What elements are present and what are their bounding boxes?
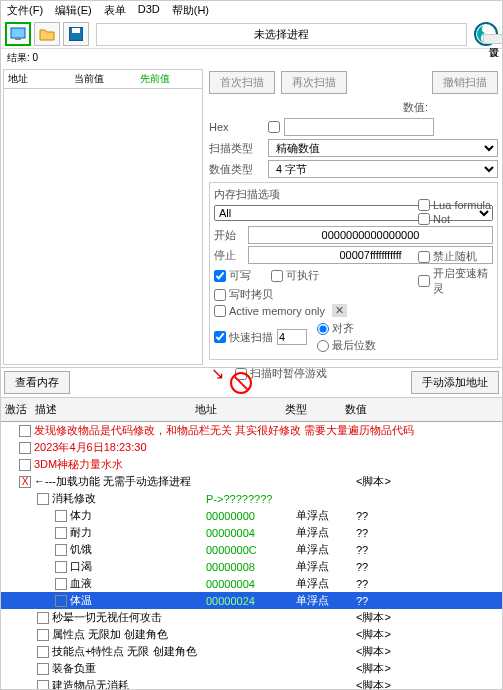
scantype-select[interactable]: 精确数值 xyxy=(268,139,498,157)
fastscan-input[interactable] xyxy=(277,329,307,345)
table-row[interactable]: 技能点+特性点 无限 创建角色<脚本> xyxy=(1,643,502,660)
activate-checkbox[interactable] xyxy=(37,680,49,691)
value-label: 数值: xyxy=(209,100,498,115)
row-desc: 技能点+特性点 无限 创建角色 xyxy=(52,644,206,659)
table-row[interactable]: 建造物品无消耗<脚本> xyxy=(1,677,502,690)
table-row[interactable]: 消耗修改P->???????? xyxy=(1,490,502,507)
scan-panel: 首次扫描 再次扫描 撤销扫描 数值: Hex 扫描类型 精确数值 数值类型 4 … xyxy=(205,67,502,367)
table-row[interactable]: X←---加载功能 无需手动选择进程<脚本> xyxy=(1,473,502,490)
row-val: ?? xyxy=(356,510,456,522)
row-desc: 口渴 xyxy=(70,559,206,574)
svg-rect-1 xyxy=(15,38,21,40)
writable-checkbox[interactable] xyxy=(214,270,226,282)
arrow-icon: ↘ xyxy=(211,364,224,383)
results-count: 结果: 0 xyxy=(1,49,502,67)
row-desc: 建造物品无消耗 xyxy=(52,678,206,690)
fastscan-checkbox[interactable] xyxy=(214,331,226,343)
col-desc[interactable]: 描述 xyxy=(31,400,191,419)
row-desc: 血液 xyxy=(70,576,206,591)
table-row[interactable]: 饥饿0000000C单浮点?? xyxy=(1,541,502,558)
settings-tab[interactable]: 设置 xyxy=(483,34,503,44)
col-addr[interactable]: 地址 xyxy=(191,400,281,419)
table-row[interactable]: 2023年4月6日18:23:30 xyxy=(1,439,502,456)
table-row[interactable]: 3DM神秘力量水水 xyxy=(1,456,502,473)
table-row[interactable]: 发现修改物品是代码修改，和物品栏无关 其实很好修改 需要大量遍历物品代码 xyxy=(1,422,502,439)
floppy-icon xyxy=(69,27,83,41)
col-current[interactable]: 当前值 xyxy=(70,70,136,88)
executable-checkbox[interactable] xyxy=(271,270,283,282)
menu-table[interactable]: 表单 xyxy=(104,3,126,18)
hex-checkbox[interactable] xyxy=(268,118,280,136)
row-val: ?? xyxy=(356,527,456,539)
valtype-select[interactable]: 4 字节 xyxy=(268,160,498,178)
activate-checkbox[interactable] xyxy=(19,442,31,454)
row-type: 单浮点 xyxy=(296,559,356,574)
monitor-icon xyxy=(10,27,26,41)
row-addr: 0000000C xyxy=(206,544,296,556)
activate-checkbox[interactable] xyxy=(55,544,67,556)
amo-checkbox[interactable] xyxy=(214,305,226,317)
table-row[interactable]: 血液00000004单浮点?? xyxy=(1,575,502,592)
cheat-table[interactable]: 发现修改物品是代码修改，和物品栏无关 其实很好修改 需要大量遍历物品代码2023… xyxy=(1,422,502,690)
process-title: 未选择进程 xyxy=(96,23,467,46)
activate-checkbox[interactable] xyxy=(19,425,31,437)
first-scan-button[interactable]: 首次扫描 xyxy=(209,71,275,94)
row-addr: 00000024 xyxy=(206,595,296,607)
viewmem-button[interactable]: 查看内存 xyxy=(4,371,70,394)
row-desc: 饥饿 xyxy=(70,542,206,557)
table-row[interactable]: 体力00000000单浮点?? xyxy=(1,507,502,524)
cheat-table-header: 激活 描述 地址 类型 数值 xyxy=(1,398,502,422)
cow-checkbox[interactable] xyxy=(214,289,226,301)
value-input[interactable] xyxy=(284,118,434,136)
row-addr: 00000000 xyxy=(206,510,296,522)
open-button[interactable] xyxy=(34,22,60,46)
norand-checkbox[interactable] xyxy=(418,251,430,263)
activate-checkbox[interactable] xyxy=(37,663,49,675)
menubar: 文件(F) 编辑(E) 表单 D3D 帮助(H) xyxy=(1,1,502,20)
col-previous[interactable]: 先前值 xyxy=(136,70,202,88)
speedhack-checkbox[interactable] xyxy=(418,275,430,287)
table-row[interactable]: 耐力00000004单浮点?? xyxy=(1,524,502,541)
row-type: 单浮点 xyxy=(296,576,356,591)
activate-checkbox[interactable] xyxy=(55,510,67,522)
undo-scan-button[interactable]: 撤销扫描 xyxy=(432,71,498,94)
process-list-button[interactable] xyxy=(5,22,31,46)
lastdigit-radio[interactable] xyxy=(317,340,329,352)
activate-checkbox[interactable] xyxy=(55,561,67,573)
results-body xyxy=(4,89,202,364)
svg-rect-3 xyxy=(72,28,80,33)
save-button[interactable] xyxy=(63,22,89,46)
results-list: 地址 当前值 先前值 xyxy=(3,69,203,365)
lua-checkbox[interactable] xyxy=(418,199,430,211)
activate-checkbox[interactable] xyxy=(37,629,49,641)
row-type: 单浮点 xyxy=(296,525,356,540)
col-address[interactable]: 地址 xyxy=(4,70,70,88)
col-type[interactable]: 类型 xyxy=(281,400,341,419)
activate-checkbox[interactable]: X xyxy=(19,476,31,488)
table-row[interactable]: 装备负重<脚本> xyxy=(1,660,502,677)
menu-edit[interactable]: 编辑(E) xyxy=(55,3,92,18)
row-desc: 发现修改物品是代码修改，和物品栏无关 其实很好修改 需要大量遍历物品代码 xyxy=(34,423,206,438)
activate-checkbox[interactable] xyxy=(37,612,49,624)
row-desc: 装备负重 xyxy=(52,661,206,676)
activate-checkbox[interactable] xyxy=(37,493,49,505)
activate-checkbox[interactable] xyxy=(55,595,67,607)
menu-d3d[interactable]: D3D xyxy=(138,3,160,18)
table-row[interactable]: 秒晕一切无视任何攻击<脚本> xyxy=(1,609,502,626)
table-row[interactable]: 口渴00000008单浮点?? xyxy=(1,558,502,575)
activate-checkbox[interactable] xyxy=(55,578,67,590)
align-radio[interactable] xyxy=(317,323,329,335)
col-val[interactable]: 数值 xyxy=(341,400,441,419)
table-row[interactable]: 属性点 无限加 创建角色<脚本> xyxy=(1,626,502,643)
next-scan-button[interactable]: 再次扫描 xyxy=(281,71,347,94)
activate-checkbox[interactable] xyxy=(55,527,67,539)
activate-checkbox[interactable] xyxy=(19,459,31,471)
table-row[interactable]: 体温00000024单浮点?? xyxy=(1,592,502,609)
not-checkbox[interactable] xyxy=(418,213,430,225)
col-activate[interactable]: 激活 xyxy=(1,400,31,419)
activate-checkbox[interactable] xyxy=(37,646,49,658)
menu-help[interactable]: 帮助(H) xyxy=(172,3,209,18)
no-entry-icon[interactable] xyxy=(230,372,252,394)
menu-file[interactable]: 文件(F) xyxy=(7,3,43,18)
close-icon[interactable]: ✕ xyxy=(332,304,347,317)
